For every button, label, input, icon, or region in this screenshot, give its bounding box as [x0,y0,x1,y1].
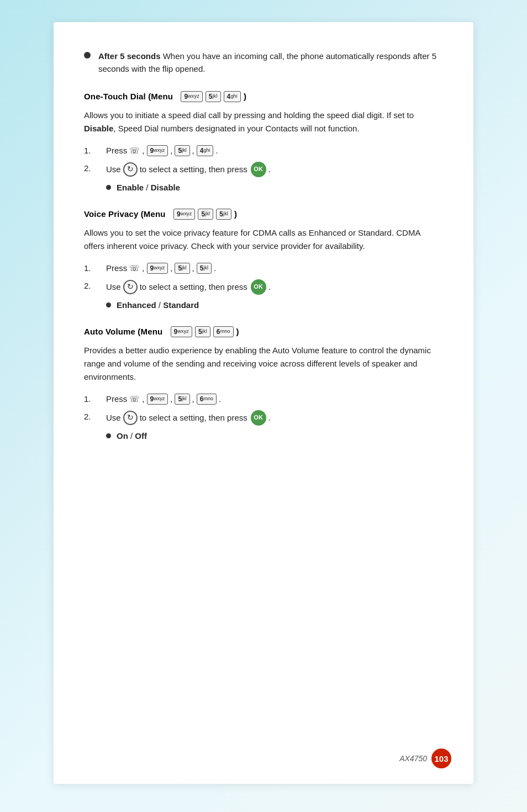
key-5jkl-s2s1b: 5jkl [197,263,212,274]
use-label-s2: Use [106,280,121,294]
use-label: Use [106,163,121,176]
section2-sub-bullet: Enhanced / Standard [106,300,443,310]
key-5jkl-s3s1: 5jkl [175,394,189,405]
section3-heading-text: Auto Volume (Menu [84,327,162,336]
section1-step1: 1. Press ☏ , 9wxyz , 5jkl , 4ghi . [84,144,443,157]
key-9wxyz-s3s1: 9wxyz [147,394,168,405]
section1-bold: Disable [84,124,113,133]
to-select-label-s3: to select a setting, then press [140,411,247,424]
menu-phone-icon-s2: ☏ [129,262,140,275]
page: After 5 seconds When you have an incomin… [54,22,473,784]
key-5jkl-s1h: 5jkl [205,91,221,102]
key-5jkl-s2h: 5jkl [198,209,213,220]
key-9wxyz-s2h: 9wxyz [173,209,195,220]
section-one-touch-dial: One-Touch Dial (Menu 9wxyz 5jkl 4ghi ) A… [84,91,443,192]
key-5jkl-s2s1a: 5jkl [175,263,189,274]
section3-heading-close: ) [236,327,239,336]
menu-phone-icon-s3: ☏ [129,392,140,406]
step-num-s3-1: 1. [84,392,106,406]
section1-options: Enable / Disable [117,183,180,192]
step-s3-1-content: Press ☏ , 9wxyz , 5jkl , 6mno . [106,392,443,406]
press-label-s2: Press [106,262,127,275]
key-5jkl-s1s1: 5jkl [175,145,189,156]
section1-heading-close: ) [244,92,246,101]
section1-heading-text: One-Touch Dial (Menu [84,92,173,101]
bullet-after5: After 5 seconds When you have an incomin… [84,50,443,76]
step1-content: Press ☏ , 9wxyz , 5jkl , 4ghi . [106,144,443,157]
footer-model: AX4750 [399,754,427,763]
section3-options: On / Off [117,431,147,441]
section3-step1: 1. Press ☏ , 9wxyz , 5jkl , 6mno . [84,392,443,406]
sub-bullet-dot [106,185,111,190]
section-voice-privacy: Voice Privacy (Menu 9wxyz 5jkl 5jkl ) Al… [84,209,443,310]
section2-options: Enhanced / Standard [117,300,199,310]
section2-heading: Voice Privacy (Menu 9wxyz 5jkl 5jkl ) [84,209,443,220]
key-9wxyz-s1h: 9wxyz [181,91,202,102]
section3-steps: 1. Press ☏ , 9wxyz , 5jkl , 6mno . 2. Us… [84,392,443,426]
step-num-s2-1: 1. [84,262,106,275]
footer: AX4750 103 [399,749,451,768]
section2-step1: 1. Press ☏ , 9wxyz , 5jkl , 5jkl . [84,262,443,275]
section1-sub-bullet: Enable / Disable [106,183,443,192]
step-s2-2-content: Use ↻ to select a setting, then press OK… [106,279,443,295]
use-label-s3: Use [106,411,121,424]
step-num-2: 2. [84,162,106,175]
section3-step2: 2. Use ↻ to select a setting, then press… [84,410,443,426]
key-9wxyz-s3h: 9wxyz [171,326,192,337]
step-s3-2-content: Use ↻ to select a setting, then press OK… [106,410,443,426]
key-4ghi-s1s1: 4ghi [197,145,214,156]
section1-step2: 2. Use ↻ to select a setting, then press… [84,162,443,177]
section1-heading: One-Touch Dial (Menu 9wxyz 5jkl 4ghi ) [84,91,443,102]
key-9wxyz-s2s1: 9wxyz [147,263,168,274]
step-num: 1. [84,144,106,157]
sub-bullet-dot-s2 [106,302,111,307]
section3-body: Provides a better audio experience by en… [84,344,443,384]
section1-steps: 1. Press ☏ , 9wxyz , 5jkl , 4ghi . 2. Us… [84,144,443,177]
key-6mno-s3s1: 6mno [197,394,217,405]
to-select-label: to select a setting, then press [140,163,247,176]
step2-content: Use ↻ to select a setting, then press OK… [106,162,443,177]
nav-scroll-icon-s2: ↻ [123,280,138,294]
key-9wxyz-s1s1: 9wxyz [147,145,168,156]
step-num-s2-2: 2. [84,279,106,293]
ok-button-s2[interactable]: OK [251,279,266,295]
ok-button-s3[interactable]: OK [251,410,266,426]
to-select-label-s2: to select a setting, then press [140,280,247,294]
footer-page-number: 103 [431,749,451,768]
section2-heading-text: Voice Privacy (Menu [84,209,166,219]
menu-phone-icon: ☏ [129,144,140,157]
nav-scroll-icon: ↻ [123,162,138,177]
step-num-s3-2: 2. [84,410,106,423]
section2-steps: 1. Press ☏ , 9wxyz , 5jkl , 5jkl . 2. Us… [84,262,443,295]
key-5jkl-s3h: 5jkl [195,326,210,337]
section2-body: Allows you to set the voice privacy feat… [84,226,443,253]
press-label-s3: Press [106,392,127,406]
ok-button-s1[interactable]: OK [251,162,266,177]
key-5jkl-s2h2: 5jkl [216,209,231,220]
section1-body: Allows you to initiate a speed dial call… [84,109,443,135]
press-label: Press [106,144,127,157]
bullet-dot [84,52,91,59]
section-auto-volume: Auto Volume (Menu 9wxyz 5jkl 6mno ) Prov… [84,326,443,441]
nav-scroll-icon-s3: ↻ [123,411,138,425]
section2-step2: 2. Use ↻ to select a setting, then press… [84,279,443,295]
section3-heading: Auto Volume (Menu 9wxyz 5jkl 6mno ) [84,326,443,337]
after5-bold: After 5 seconds [98,51,161,61]
bullet-after5-text: After 5 seconds When you have an incomin… [98,50,443,76]
key-6mno-s3h: 6mno [213,326,234,337]
section2-heading-close: ) [234,209,237,219]
key-4ghi-s1h: 4ghi [224,91,241,102]
step-s2-1-content: Press ☏ , 9wxyz , 5jkl , 5jkl . [106,262,443,275]
sub-bullet-dot-s3 [106,433,111,438]
section3-sub-bullet: On / Off [106,431,443,441]
